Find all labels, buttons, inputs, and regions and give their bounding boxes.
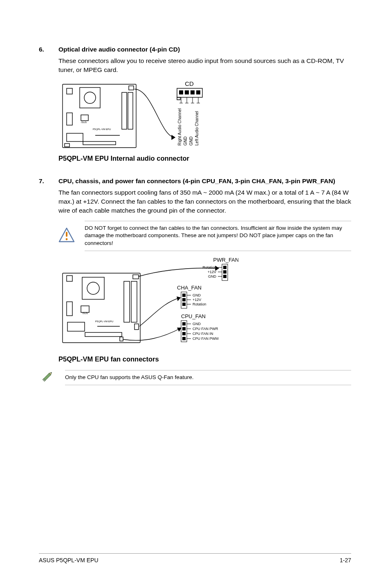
svg-text:/SUS: /SUS [82, 312, 88, 314]
section-6-title: Optical drive audio connector (4-pin CD) [58, 45, 351, 54]
info-note: Only the CPU fan supports the ASUS Q-Fan… [39, 369, 351, 387]
section-7-fan-connectors: 7. CPU, chassis, and power fan connector… [39, 177, 351, 387]
pin-gnd-1: GND [183, 137, 188, 146]
svg-marker-50 [177, 328, 181, 331]
info-note-text: Only the CPU fan supports the ASUS Q-Fan… [65, 370, 351, 385]
svg-rect-10 [83, 141, 116, 145]
svg-rect-17 [179, 90, 183, 94]
svg-rect-8 [128, 92, 133, 129]
svg-rect-43 [133, 275, 139, 279]
section-7-number: 7. [39, 177, 58, 186]
svg-rect-40 [131, 281, 137, 322]
pwr-fan-pin-1: +12V [208, 270, 216, 274]
pencil-icon [39, 369, 55, 387]
svg-rect-45 [120, 337, 123, 341]
svg-rect-67 [182, 327, 186, 330]
svg-rect-52 [223, 266, 226, 269]
svg-text:P5QPL-VM EPU: P5QPL-VM EPU [93, 128, 111, 130]
svg-point-34 [87, 282, 99, 294]
svg-rect-36 [67, 302, 72, 316]
svg-rect-5 [81, 115, 88, 121]
svg-rect-53 [223, 270, 226, 274]
svg-rect-1 [80, 88, 100, 108]
section-7-title: CPU, chassis, and power fan connectors (… [58, 177, 351, 186]
warning-note: DO NOT forget to connect the fan cables … [58, 221, 351, 251]
svg-rect-20 [196, 90, 200, 94]
svg-rect-69 [182, 337, 186, 340]
cha-fan-label: CHA_FAN [177, 285, 202, 291]
warning-text: DO NOT forget to connect the fan cables … [85, 221, 351, 251]
pwr-fan-pin-0: Rotation [202, 265, 216, 269]
svg-rect-44 [134, 324, 139, 330]
cpu-fan-pin-0: GND [193, 322, 201, 326]
svg-rect-54 [223, 275, 226, 278]
section-6-number: 6. [39, 45, 58, 54]
svg-rect-30 [66, 232, 67, 237]
svg-rect-3 [67, 88, 72, 94]
svg-point-31 [66, 238, 68, 240]
section-6-optical-audio: 6. Optical drive audio connector (4-pin … [39, 45, 351, 162]
pin-right-audio: Right Audio Channel [177, 108, 182, 146]
svg-rect-11 [65, 144, 69, 147]
cha-fan-pin-2: Rotation [193, 302, 206, 306]
svg-rect-35 [67, 276, 72, 281]
pwr-fan-pin-2: GND [208, 274, 217, 278]
svg-rect-19 [191, 90, 195, 94]
fan-connector-diagram: P5QPL-VM EPU /SUS PWR_FAN [58, 257, 238, 353]
figure-1-caption: P5QPL-VM EPU Internal audio connector [58, 155, 222, 162]
footer-page-number: 1-27 [340, 557, 351, 563]
figure-fan-connectors: P5QPL-VM EPU /SUS PWR_FAN [58, 257, 238, 363]
section-6-head: 6. Optical drive audio connector (4-pin … [39, 45, 351, 54]
pwr-fan-label: PWR_FAN [213, 257, 238, 263]
svg-text:P5QPL-VM EPU: P5QPL-VM EPU [95, 320, 113, 323]
cha-fan-pin-1: +12V [193, 298, 201, 302]
cd-header-label: CD [185, 80, 194, 87]
cd-audio-diagram: P5QPL-VM EPU /SUS CD [58, 80, 214, 154]
svg-rect-39 [124, 281, 130, 322]
footer-product: ASUS P5QPL-VM EPU [39, 557, 99, 563]
svg-rect-33 [82, 277, 104, 299]
cpu-fan-pin-2: CPU FAN IN [193, 332, 213, 336]
cha-fan-pin-0: GND [193, 293, 201, 297]
svg-rect-0 [63, 84, 136, 148]
svg-text:/SUS: /SUS [81, 121, 87, 123]
pin-gnd-2: GND [189, 137, 193, 146]
cpu-fan-pin-1: CPU FAN PWR [193, 327, 218, 331]
svg-rect-18 [185, 90, 189, 94]
svg-rect-61 [182, 303, 186, 306]
section-6-body: These connectors allow you to receive st… [58, 56, 351, 74]
cpu-fan-label: CPU_FAN [181, 313, 206, 319]
svg-rect-66 [182, 322, 186, 325]
svg-rect-37 [81, 306, 89, 312]
caution-icon [58, 227, 75, 245]
svg-rect-68 [182, 332, 186, 335]
cpu-fan-pin-3: CPU FAN PWM [193, 337, 219, 341]
svg-rect-7 [122, 92, 127, 129]
svg-point-2 [84, 92, 96, 103]
svg-rect-4 [67, 113, 72, 125]
figure-cd-audio-connector: P5QPL-VM EPU /SUS CD [58, 80, 222, 162]
svg-rect-59 [182, 294, 186, 297]
section-7-head: 7. CPU, chassis, and power fan connector… [39, 177, 351, 186]
figure-2-caption: P5QPL-VM EPU fan connectors [58, 355, 238, 363]
svg-rect-38 [67, 322, 85, 331]
svg-rect-12 [129, 86, 134, 90]
svg-marker-49 [177, 297, 180, 301]
page-footer: ASUS P5QPL-VM EPU 1-27 [39, 553, 351, 563]
pin-left-audio: Left Audio Channel [195, 111, 199, 146]
svg-rect-6 [67, 133, 83, 141]
svg-rect-60 [182, 298, 186, 301]
svg-rect-42 [85, 332, 122, 337]
section-7-body: The fan connectors support cooling fans … [58, 188, 351, 215]
svg-marker-15 [172, 135, 175, 139]
